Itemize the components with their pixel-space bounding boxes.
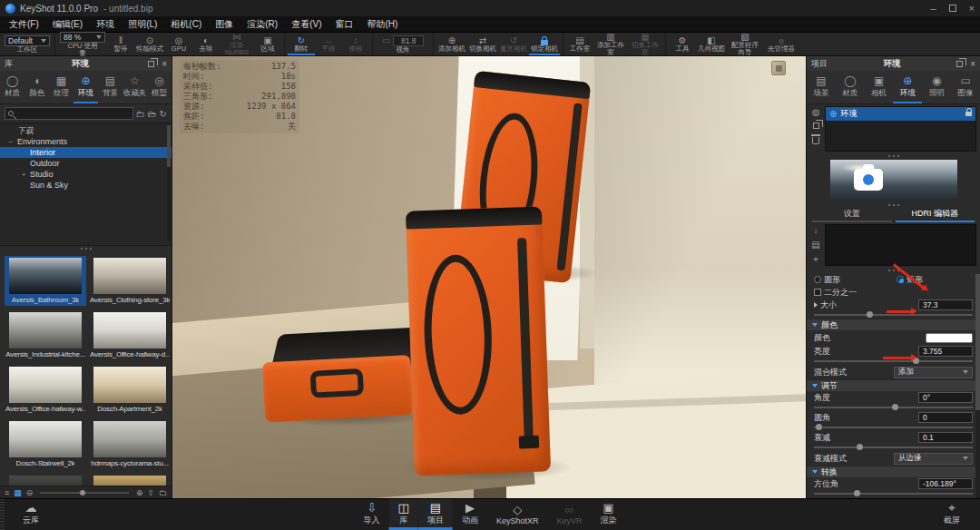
- menu-edit[interactable]: 编辑(E): [53, 18, 83, 31]
- adjust-section-header[interactable]: 调节: [807, 379, 980, 391]
- close-button[interactable]: ×: [969, 4, 975, 13]
- performance-mode-button[interactable]: ⊙性能模式: [134, 33, 165, 55]
- ribbon-drag-handle[interactable]: [0, 499, 5, 530]
- env-thumbnail[interactable]: Aversis_Bathroom_3k: [5, 256, 86, 306]
- lock-icon[interactable]: [965, 112, 972, 116]
- falloff-field[interactable]: 0.1: [918, 432, 973, 443]
- workspace-selector[interactable]: Default 工作区: [3, 33, 52, 55]
- slider-handle[interactable]: [857, 444, 863, 450]
- transform-section-header[interactable]: 转换: [807, 466, 980, 477]
- geometry-view-button[interactable]: ◧几何视图: [696, 33, 727, 55]
- env-thumbnail[interactable]: Aversis_Office-hallway-w...: [5, 365, 86, 415]
- tree-item-interior[interactable]: Interior: [0, 147, 172, 158]
- view-widget-icon[interactable]: [771, 61, 786, 75]
- tab-hdri-editor[interactable]: HDRI 编辑器: [896, 208, 975, 222]
- folder-icon[interactable]: ▤: [811, 240, 819, 250]
- azimuth-field[interactable]: -106.189°: [918, 478, 973, 489]
- env-thumbnail[interactable]: [5, 474, 86, 486]
- env-thumbnail[interactable]: Aversis_Clothing-store_3k: [89, 256, 171, 306]
- environment-list-item[interactable]: ⊕ 环境: [826, 107, 975, 121]
- add-environment-icon[interactable]: ◍: [812, 108, 820, 117]
- panel-scrollbar[interactable]: [975, 274, 980, 498]
- refresh-icon[interactable]: ↻: [160, 109, 167, 119]
- undock-icon[interactable]: [148, 61, 154, 67]
- hdri-pin-canvas[interactable]: [825, 224, 976, 266]
- expander-icon[interactable]: [814, 302, 818, 308]
- angle-field[interactable]: 0°: [918, 392, 973, 403]
- thumbnail-size-slider[interactable]: [40, 492, 129, 494]
- close-icon[interactable]: ×: [162, 60, 167, 68]
- zoom-in-icon[interactable]: ⊕: [136, 488, 143, 497]
- angle-slider[interactable]: [814, 404, 973, 411]
- corner-slider[interactable]: [814, 424, 973, 431]
- tree-item-downloads[interactable]: 下载: [0, 125, 172, 136]
- falloff-mode-select[interactable]: 从边缘: [894, 453, 973, 465]
- tab-material[interactable]: ◯材质: [836, 74, 865, 103]
- color-swatch[interactable]: [926, 333, 973, 343]
- tab-scene[interactable]: ▤场景: [807, 74, 836, 103]
- slider-handle[interactable]: [80, 490, 85, 496]
- cpu-usage-selector[interactable]: 88 % CPU 使用量: [58, 33, 107, 55]
- import-folder-icon[interactable]: 🗁: [148, 109, 157, 119]
- azimuth-slider[interactable]: [814, 490, 973, 497]
- falloff-slider[interactable]: [814, 444, 973, 451]
- tree-scrollbar[interactable]: [167, 125, 171, 241]
- menu-lighting[interactable]: 照明(L): [128, 18, 157, 31]
- import-button[interactable]: ⇩导入: [355, 499, 389, 530]
- zoom-out-icon[interactable]: ⊖: [26, 488, 34, 497]
- region-button[interactable]: ▣区域: [254, 33, 281, 55]
- slider-handle[interactable]: [867, 311, 873, 318]
- trash-icon[interactable]: [812, 137, 819, 144]
- brightness-field[interactable]: 3.755: [918, 346, 973, 357]
- tree-item-outdoor[interactable]: Outdoor: [0, 158, 172, 169]
- slider-handle[interactable]: [892, 404, 898, 410]
- library-search[interactable]: [5, 107, 133, 120]
- library-toggle-button[interactable]: ◫库: [389, 499, 418, 530]
- denoise-button[interactable]: ◐去噪: [192, 33, 220, 55]
- tree-item-environments[interactable]: −Environments: [0, 136, 172, 147]
- tree-item-studio[interactable]: +Studio: [0, 169, 172, 180]
- tab-lighting[interactable]: ◉照明: [922, 74, 951, 103]
- tab-colors[interactable]: ◖颜色: [24, 74, 49, 103]
- menu-image[interactable]: 图像: [215, 18, 233, 31]
- studio-button[interactable]: ▤工作室: [566, 33, 593, 55]
- menu-file[interactable]: 文件(F): [9, 18, 39, 31]
- tab-models[interactable]: ◎模型: [147, 74, 172, 103]
- keyshotxr-button[interactable]: ◇KeyShotXR: [487, 499, 548, 530]
- shape-circle-option[interactable]: 圆形: [814, 274, 840, 286]
- project-toggle-button[interactable]: ▤项目: [418, 499, 453, 530]
- menu-view[interactable]: 查看(V): [291, 18, 321, 31]
- screenshot-button[interactable]: ⌖截屏: [935, 499, 969, 530]
- menu-help[interactable]: 帮助(H): [367, 18, 397, 31]
- tab-camera[interactable]: ▣相机: [865, 74, 894, 103]
- fov-control[interactable]: ▭ 81.8 视角: [376, 33, 430, 55]
- duplicate-icon[interactable]: [813, 123, 819, 129]
- tab-materials[interactable]: ◯材质: [0, 74, 24, 103]
- env-thumbnail[interactable]: Aversis_Industrial-kitche...: [5, 310, 86, 360]
- slider-handle[interactable]: [854, 490, 860, 496]
- search-input[interactable]: [16, 109, 130, 118]
- tab-backplates[interactable]: ▤背景: [98, 74, 122, 103]
- pause-button[interactable]: ‖暂停: [107, 33, 134, 55]
- pan-button[interactable]: ↔平移: [315, 33, 342, 55]
- gpu-button[interactable]: ◎GPU: [165, 33, 192, 55]
- library-folder-icon[interactable]: 🗀: [159, 488, 167, 497]
- environment-preview-image[interactable]: [830, 160, 957, 201]
- render-nurbs-button[interactable]: ⋈渲染NURBS: [220, 33, 254, 55]
- grid-view-icon[interactable]: ▦: [14, 488, 22, 497]
- tumble-button[interactable]: ↻翻转: [288, 33, 315, 55]
- tab-image[interactable]: ▭图像: [951, 74, 980, 103]
- target-icon[interactable]: ⌖: [813, 255, 818, 264]
- add-studio-button[interactable]: ▥添加工作室: [593, 33, 628, 55]
- tab-textures[interactable]: ▦纹理: [49, 74, 74, 103]
- env-thumbnail[interactable]: Dosch-Stairwell_2k: [5, 419, 86, 469]
- add-camera-button[interactable]: ⊕添加相机: [436, 33, 467, 55]
- env-thumbnail[interactable]: hdrmaps-cyclorama-stu...: [89, 419, 171, 469]
- size-field[interactable]: 37.3: [918, 299, 973, 310]
- upload-icon[interactable]: ⇧: [147, 488, 154, 497]
- orange-case-lying[interactable]: [260, 327, 424, 427]
- dolly-button[interactable]: ↕推移: [342, 33, 369, 55]
- corner-field[interactable]: 0: [918, 412, 973, 423]
- minimize-button[interactable]: –: [930, 4, 936, 13]
- fov-value[interactable]: 81.8: [393, 35, 424, 46]
